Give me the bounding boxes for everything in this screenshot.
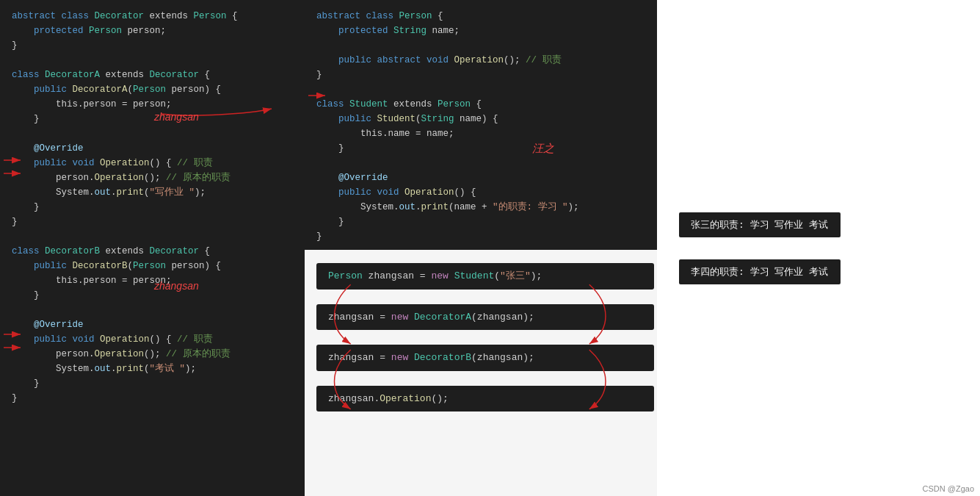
output-box-zhangsan: 张三的职责: 学习 写作业 考试: [679, 212, 841, 237]
middle-panel: abstract class Person { protected String…: [305, 0, 657, 496]
statement-1: Person zhangsan = new Student("张三");: [316, 263, 654, 290]
statement-2: zhangsan = new DecoratorA(zhangsan);: [316, 304, 654, 331]
statement-3: zhangsan = new DecoratorB(zhangsan);: [316, 345, 654, 371]
right-panel: 张三的职责: 学习 写作业 考试 李四的职责: 学习 写作业 考试: [657, 0, 980, 496]
statement-4: zhangsan.Operation();: [316, 386, 654, 412]
annotation-wangzhi: 汪之: [532, 140, 554, 157]
middle-bottom-statements: Person zhangsan = new Student("张三"); zha…: [305, 250, 657, 496]
annotation-zhangsan2: zhangsan: [154, 278, 199, 294]
main-container: abstract class Decorator extends Person …: [0, 0, 980, 496]
left-code-block: abstract class Decorator extends Person …: [12, 9, 293, 406]
left-code-panel: abstract class Decorator extends Person …: [0, 0, 305, 496]
output-box-lisi: 李四的职责: 学习 写作业 考试: [679, 259, 841, 284]
middle-top-code: abstract class Person { protected String…: [305, 0, 657, 250]
annotation-zhangsan1: zhangsan: [154, 109, 199, 125]
watermark: CSDN @Zgao: [923, 484, 974, 493]
